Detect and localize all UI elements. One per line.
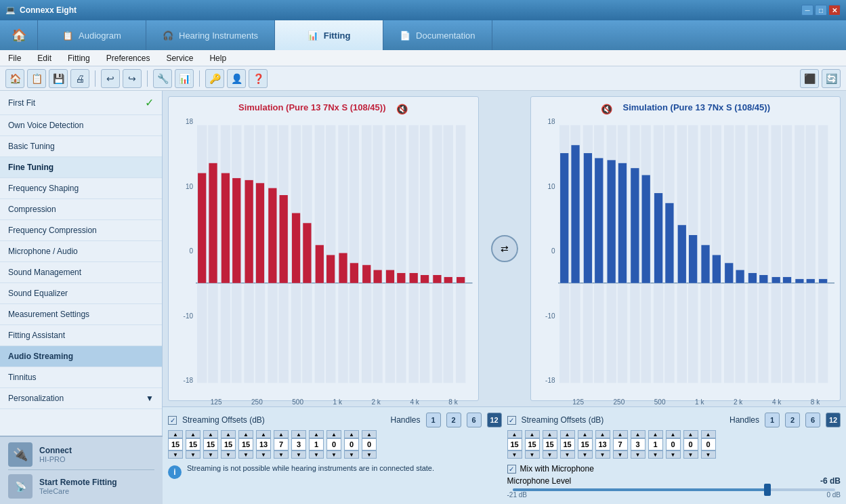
left-streaming-checkbox[interactable] [168, 416, 177, 425]
mix-mic-checkbox[interactable] [507, 465, 516, 474]
handle-btn-1-left[interactable]: 1 [426, 413, 441, 427]
handle-btn-1-right[interactable]: 1 [765, 413, 780, 427]
left-stepper-5-up[interactable]: ▲ [256, 430, 271, 438]
maximize-button[interactable]: □ [815, 5, 827, 16]
menu-help[interactable]: Help [207, 52, 229, 64]
right-stepper-11-down[interactable]: ▼ [701, 450, 716, 459]
toolbar-home[interactable]: 🏠 [5, 69, 24, 88]
left-stepper-3-up[interactable]: ▲ [221, 430, 236, 438]
right-stepper-1-down[interactable]: ▼ [525, 450, 540, 459]
right-stepper-1-up[interactable]: ▲ [525, 430, 540, 438]
left-chart-area[interactable]: 1252505001 k2 k4 k8 k [196, 115, 473, 395]
toolbar-user[interactable]: 👤 [227, 69, 246, 88]
right-stepper-9-up[interactable]: ▲ [666, 430, 681, 438]
handle-btn-2-right[interactable]: 2 [785, 413, 800, 427]
tab-fitting[interactable]: 📊 Fitting [275, 20, 383, 50]
right-stepper-5-up[interactable]: ▲ [595, 430, 610, 438]
handle-btn-6-left[interactable]: 6 [467, 413, 482, 427]
right-stepper-10-down[interactable]: ▼ [683, 450, 698, 459]
sync-button[interactable]: ⇄ [491, 235, 518, 262]
right-stepper-0-down[interactable]: ▼ [507, 450, 522, 459]
left-stepper-4-down[interactable]: ▼ [238, 450, 253, 459]
right-stepper-8-down[interactable]: ▼ [648, 450, 663, 459]
left-stepper-11-down[interactable]: ▼ [362, 450, 377, 459]
sidebar-item-personalization[interactable]: Personalization ▼ [0, 388, 162, 409]
right-streaming-checkbox[interactable] [507, 416, 516, 425]
right-stepper-2-down[interactable]: ▼ [543, 450, 557, 459]
toolbar-print[interactable]: 🖨 [70, 69, 89, 88]
mic-level-thumb[interactable] [764, 484, 771, 496]
menu-preferences[interactable]: Preferences [104, 52, 153, 64]
left-stepper-0-down[interactable]: ▼ [168, 450, 183, 459]
sidebar-item-compression[interactable]: Compression [0, 199, 162, 220]
left-stepper-3-down[interactable]: ▼ [221, 450, 236, 459]
left-stepper-6-up[interactable]: ▲ [274, 430, 289, 438]
toolbar-logout[interactable]: ⬛ [800, 69, 819, 88]
close-button[interactable]: ✕ [828, 5, 841, 16]
left-stepper-8-down[interactable]: ▼ [309, 450, 324, 459]
right-stepper-9-down[interactable]: ▼ [666, 450, 681, 459]
right-stepper-10-up[interactable]: ▲ [683, 430, 698, 438]
sidebar-item-sound-management[interactable]: Sound Management [0, 262, 162, 283]
right-stepper-11-up[interactable]: ▲ [701, 430, 716, 438]
menu-service[interactable]: Service [163, 52, 196, 64]
left-stepper-7-up[interactable]: ▲ [291, 430, 306, 438]
left-stepper-2-down[interactable]: ▼ [203, 450, 218, 459]
toolbar-help[interactable]: ❓ [249, 69, 268, 88]
right-stepper-7-down[interactable]: ▼ [631, 450, 646, 459]
sidebar-item-sound-equalizer[interactable]: Sound Equalizer [0, 283, 162, 304]
right-stepper-3-up[interactable]: ▲ [560, 430, 575, 438]
right-stepper-7-up[interactable]: ▲ [631, 430, 646, 438]
right-stepper-4-up[interactable]: ▲ [578, 430, 593, 438]
left-stepper-6-down[interactable]: ▼ [274, 450, 289, 459]
handle-btn-12-right[interactable]: 12 [826, 413, 841, 427]
left-stepper-2-up[interactable]: ▲ [203, 430, 218, 438]
left-mute-icon[interactable]: 🔇 [396, 104, 408, 114]
sidebar-item-first-fit[interactable]: First Fit ✓ [0, 91, 162, 115]
left-stepper-9-up[interactable]: ▲ [326, 430, 341, 438]
handle-btn-6-right[interactable]: 6 [805, 413, 820, 427]
handle-btn-12-left[interactable]: 12 [487, 413, 502, 427]
tab-hearing-instruments[interactable]: 🎧 Hearing Instruments [146, 20, 275, 50]
right-stepper-5-down[interactable]: ▼ [595, 450, 610, 459]
sidebar-item-frequency-compression[interactable]: Frequency Compression [0, 220, 162, 241]
menu-fitting[interactable]: Fitting [65, 52, 93, 64]
sidebar-item-audio-streaming[interactable]: Audio Streaming [0, 346, 162, 367]
left-stepper-8-up[interactable]: ▲ [309, 430, 324, 438]
toolbar-key[interactable]: 🔑 [205, 69, 224, 88]
toolbar-settings[interactable]: 🔧 [153, 69, 172, 88]
right-stepper-3-down[interactable]: ▼ [560, 450, 575, 459]
menu-file[interactable]: File [5, 52, 24, 64]
toolbar-refresh[interactable]: 🔄 [822, 69, 841, 88]
right-stepper-0-up[interactable]: ▲ [507, 430, 522, 438]
menu-edit[interactable]: Edit [35, 52, 54, 64]
right-stepper-6-down[interactable]: ▼ [613, 450, 628, 459]
left-stepper-5-down[interactable]: ▼ [256, 450, 271, 459]
right-stepper-2-up[interactable]: ▲ [543, 430, 557, 438]
left-stepper-4-up[interactable]: ▲ [238, 430, 253, 438]
toolbar-undo[interactable]: ↩ [101, 69, 120, 88]
connect-item[interactable]: 🔌 Connect HI-PRO [8, 442, 154, 467]
left-stepper-10-up[interactable]: ▲ [344, 430, 359, 438]
right-chart-area[interactable]: 1252505001 k2 k4 k8 k [558, 115, 835, 395]
toolbar-save[interactable]: 💾 [49, 69, 68, 88]
left-stepper-0-up[interactable]: ▲ [168, 430, 183, 438]
sidebar-item-fitting-assistant[interactable]: Fitting Assistant [0, 325, 162, 346]
toolbar-data[interactable]: 📊 [175, 69, 194, 88]
tab-documentation[interactable]: 📄 Documentation [383, 20, 492, 50]
left-stepper-9-down[interactable]: ▼ [326, 450, 341, 459]
right-mute-icon[interactable]: 🔇 [601, 104, 612, 114]
home-tab[interactable]: 🏠 [0, 20, 38, 50]
sidebar-item-frequency-shaping[interactable]: Frequency Shaping [0, 178, 162, 199]
toolbar-print-preview[interactable]: 📋 [27, 69, 46, 88]
left-stepper-7-down[interactable]: ▼ [291, 450, 306, 459]
sidebar-item-tinnitus[interactable]: Tinnitus [0, 367, 162, 388]
sidebar-item-measurement-settings[interactable]: Measurement Settings [0, 304, 162, 325]
sidebar-item-microphone-audio[interactable]: Microphone / Audio [0, 241, 162, 262]
right-stepper-6-up[interactable]: ▲ [613, 430, 628, 438]
remote-fitting-item[interactable]: 📡 Start Remote Fitting TeleCare [8, 469, 154, 499]
sidebar-item-own-voice[interactable]: Own Voice Detection [0, 115, 162, 136]
left-stepper-10-down[interactable]: ▼ [344, 450, 359, 459]
minimize-button[interactable]: ─ [801, 5, 813, 16]
sidebar-item-basic-tuning[interactable]: Basic Tuning [0, 136, 162, 157]
